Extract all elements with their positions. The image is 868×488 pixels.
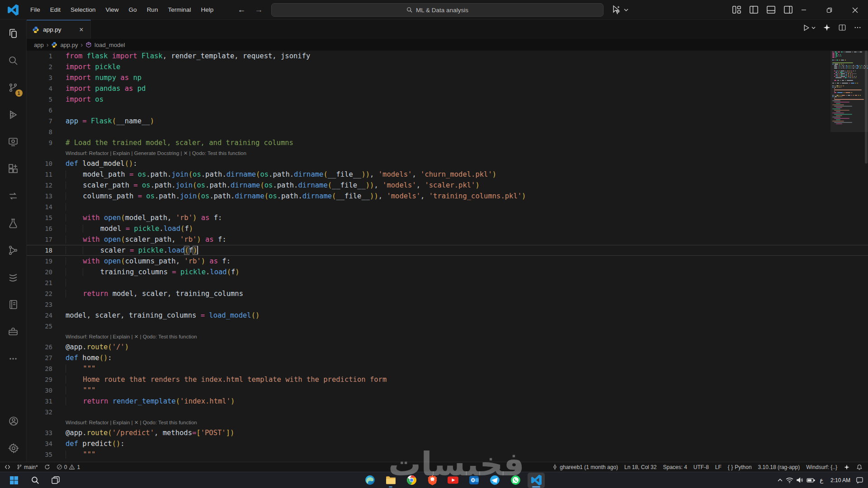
- taskbar-app-edge[interactable]: [361, 473, 378, 488]
- code-line-30[interactable]: 30 """: [27, 385, 868, 396]
- tray-expand-icon[interactable]: [777, 477, 783, 483]
- notification-center-icon[interactable]: [856, 477, 863, 483]
- menu-help[interactable]: Help: [196, 4, 218, 16]
- taskbar-app-chrome[interactable]: [403, 473, 420, 488]
- code-line-28[interactable]: 28 """: [27, 363, 868, 374]
- breadcrumb-symbol[interactable]: load_model: [94, 42, 125, 48]
- back-arrow-icon[interactable]: ←: [237, 5, 245, 14]
- eol-item[interactable]: LF: [712, 462, 725, 472]
- sync-changes-item[interactable]: [41, 462, 53, 472]
- code-line-1[interactable]: 1from flask import Flask, render_templat…: [27, 51, 868, 61]
- taskbar-app-file-explorer[interactable]: [382, 473, 399, 488]
- language-indicator[interactable]: ع: [818, 477, 825, 483]
- split-editor-icon[interactable]: [838, 23, 846, 32]
- activity-more-icon[interactable]: [0, 345, 27, 372]
- cursor-position-item[interactable]: Ln 18, Col 32: [621, 462, 660, 472]
- activity-run-debug-icon[interactable]: [0, 101, 27, 128]
- code-line-11[interactable]: 11 model_path = os.path.join(os.path.dir…: [27, 169, 868, 180]
- activity-notebook-icon[interactable]: [0, 291, 27, 318]
- codelens[interactable]: Windsurf: Refactor | Explain | ✕ | Qodo:…: [27, 418, 868, 427]
- toggle-sidebar-icon[interactable]: [749, 5, 759, 15]
- taskbar-app-telegram[interactable]: [486, 473, 503, 488]
- task-view-button[interactable]: [47, 473, 64, 488]
- code-line-12[interactable]: 12 scaler_path = os.path.join(os.path.di…: [27, 180, 868, 191]
- breadcrumb-file[interactable]: app.py: [60, 42, 78, 48]
- code-editor[interactable]: 1from flask import Flask, render_templat…: [27, 51, 868, 462]
- menu-view[interactable]: View: [101, 4, 124, 16]
- code-line-14[interactable]: 14: [27, 202, 868, 212]
- code-line-13[interactable]: 13 columns_path = os.path.join(os.path.d…: [27, 191, 868, 202]
- taskbar-app-vscode[interactable]: [528, 473, 545, 488]
- volume-icon[interactable]: [796, 477, 804, 483]
- run-dropdown-icon[interactable]: [811, 26, 816, 30]
- python-interpreter-item[interactable]: 3.10.18 (rag-app): [755, 462, 803, 472]
- code-line-2[interactable]: 2import pickle: [27, 61, 868, 72]
- code-line-20[interactable]: 20 training_columns = pickle.load(f): [27, 267, 868, 277]
- start-button[interactable]: [5, 473, 23, 488]
- code-line-27[interactable]: 27def home():: [27, 352, 868, 363]
- code-line-35[interactable]: 35 """: [27, 449, 868, 460]
- code-line-15[interactable]: 15 with open(model_path, 'rb') as f:: [27, 212, 868, 223]
- minimize-button[interactable]: [791, 0, 816, 20]
- activity-extensions-icon[interactable]: [0, 155, 27, 183]
- activity-explorer-icon[interactable]: [0, 20, 27, 47]
- commit-info-item[interactable]: ghareeb1 (1 month ago): [549, 462, 621, 472]
- indentation-item[interactable]: Spaces: 4: [660, 462, 690, 472]
- code-line-25[interactable]: 25: [27, 321, 868, 332]
- customize-layout-icon[interactable]: [731, 5, 742, 15]
- tab-app-py[interactable]: app.py ×: [27, 20, 91, 39]
- menu-terminal[interactable]: Terminal: [163, 4, 196, 16]
- taskbar-app-youtube[interactable]: [444, 473, 462, 488]
- tab-close-icon[interactable]: ×: [77, 25, 86, 34]
- code-line-9[interactable]: 9# Load the trained model, scaler, and t…: [27, 137, 868, 148]
- code-line-5[interactable]: 5import os: [27, 94, 868, 105]
- code-line-4[interactable]: 4import pandas as pd: [27, 83, 868, 94]
- menu-selection[interactable]: Selection: [66, 4, 101, 16]
- taskbar-app-whatsapp[interactable]: [507, 473, 524, 488]
- code-line-24[interactable]: 24model, scaler, training_columns = load…: [27, 310, 868, 321]
- codelens[interactable]: Windsurf: Refactor | Explain | ✕ | Qodo:…: [27, 332, 868, 342]
- taskbar-search-button[interactable]: [26, 473, 43, 488]
- code-line-26[interactable]: 26@app.route('/'): [27, 342, 868, 352]
- restore-button[interactable]: [816, 0, 842, 20]
- code-line-32[interactable]: 32: [27, 407, 868, 418]
- code-line-10[interactable]: 10def load_model():: [27, 158, 868, 169]
- activity-toolbox-icon[interactable]: [0, 318, 27, 345]
- codelens[interactable]: Windsurf: Refactor | Explain | Generate …: [27, 148, 868, 158]
- code-line-21[interactable]: 21: [27, 277, 868, 288]
- menu-go[interactable]: Go: [124, 4, 142, 16]
- code-line-17[interactable]: 17 with open(scaler_path, 'rb') as f:: [27, 234, 868, 245]
- code-line-19[interactable]: 19 with open(columns_path, 'rb') as f:: [27, 256, 868, 267]
- sparkle-icon[interactable]: [823, 23, 831, 32]
- menu-run[interactable]: Run: [142, 4, 163, 16]
- code-line-6[interactable]: 6: [27, 105, 868, 116]
- menu-edit[interactable]: Edit: [45, 4, 66, 16]
- menu-file[interactable]: File: [25, 4, 45, 16]
- activity-account-icon[interactable]: [0, 408, 27, 435]
- language-mode-item[interactable]: { } Python: [725, 462, 755, 472]
- taskbar-clock[interactable]: 2:10 AM: [828, 477, 853, 483]
- command-search-input[interactable]: ML & Data analysis: [271, 3, 604, 17]
- code-line-18[interactable]: 18 scaler = pickle.load(f): [27, 245, 868, 256]
- activity-search-icon[interactable]: [0, 47, 27, 74]
- windsurf-status-item[interactable]: Windsurf: {..}: [803, 462, 840, 472]
- code-line-29[interactable]: 29 Home route that renders the index.htm…: [27, 374, 868, 385]
- git-branch-item[interactable]: main*: [14, 462, 41, 472]
- editor-scrollbar[interactable]: [865, 51, 868, 164]
- code-line-33[interactable]: 33@app.route('/predict', methods=['POST'…: [27, 427, 868, 438]
- notifications-item[interactable]: [853, 462, 868, 472]
- code-line-34[interactable]: 34def predict():: [27, 438, 868, 449]
- code-line-22[interactable]: 22 return model, scaler, training_column…: [27, 288, 868, 299]
- windsurf-sparkle-item[interactable]: [840, 462, 853, 472]
- wifi-icon[interactable]: [786, 477, 793, 483]
- run-button[interactable]: [802, 24, 810, 32]
- code-line-7[interactable]: 7app = Flask(__name__): [27, 116, 868, 127]
- screencast-toggle[interactable]: [611, 5, 628, 15]
- taskbar-app-brave[interactable]: [424, 473, 441, 488]
- activity-swap-icon[interactable]: [0, 183, 27, 210]
- close-button[interactable]: [842, 0, 868, 20]
- activity-testing-icon[interactable]: [0, 210, 27, 237]
- code-line-8[interactable]: 8: [27, 127, 868, 137]
- activity-settings-icon[interactable]: [0, 435, 27, 462]
- code-line-23[interactable]: 23: [27, 299, 868, 310]
